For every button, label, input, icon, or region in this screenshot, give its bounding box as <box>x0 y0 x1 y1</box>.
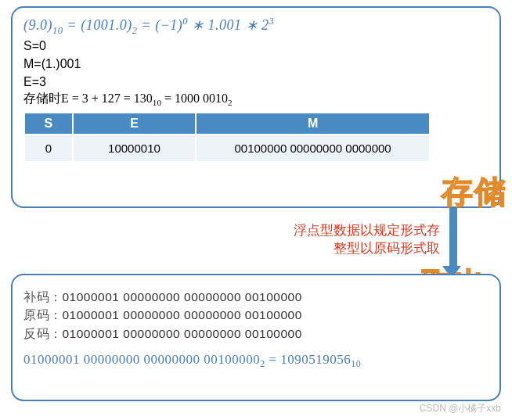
store-e-line: 存储时E = 3 + 127 = 13010 = 1000 00102 <box>23 91 489 107</box>
code-lines: 补码：01000001 00000000 00000000 00100000 原… <box>23 288 489 343</box>
inverse-row: 反码：01000001 00000000 00000000 00100000 <box>23 325 489 343</box>
result-line: 01000001 00000000 00000000 001000002 = 1… <box>23 352 489 370</box>
sem-table: S E M 0 10000010 00100000 00000000 00000… <box>23 112 431 163</box>
e-line: E=3 <box>23 73 489 91</box>
arrow-text-line2: 整型以原码形式取 <box>294 240 440 258</box>
td-m: 00100000 00000000 0000000 <box>196 135 430 162</box>
store-label: 存储 <box>442 171 507 214</box>
table-row: 0 10000010 00100000 00000000 0000000 <box>24 135 430 162</box>
th-e: E <box>73 113 197 135</box>
th-m: M <box>196 113 430 135</box>
arrow-text-line1: 浮点型数据以规定形式存 <box>294 222 440 240</box>
watermark: CSDN @小橘子xxb <box>420 402 501 415</box>
original-row: 原码：01000001 00000000 00000000 00100000 <box>23 306 489 324</box>
storage-panel: (9.0)10 = (1001.0)2 = (−1)0 ∗ 1.001 ∗ 23… <box>11 6 501 208</box>
td-e: 10000010 <box>73 135 197 162</box>
s-line: S=0 <box>23 37 489 55</box>
main-formula: (9.0)10 = (1001.0)2 = (−1)0 ∗ 1.001 ∗ 23 <box>23 16 489 37</box>
complement-row: 补码：01000001 00000000 00000000 00100000 <box>23 288 489 306</box>
td-s: 0 <box>24 135 73 162</box>
th-s: S <box>24 113 73 135</box>
arrow-annotation: 浮点型数据以规定形式存 整型以原码形式取 <box>294 222 440 258</box>
fetch-panel: 补码：01000001 00000000 00000000 00100000 原… <box>11 274 501 401</box>
m-line: M=(1.)001 <box>23 55 489 73</box>
